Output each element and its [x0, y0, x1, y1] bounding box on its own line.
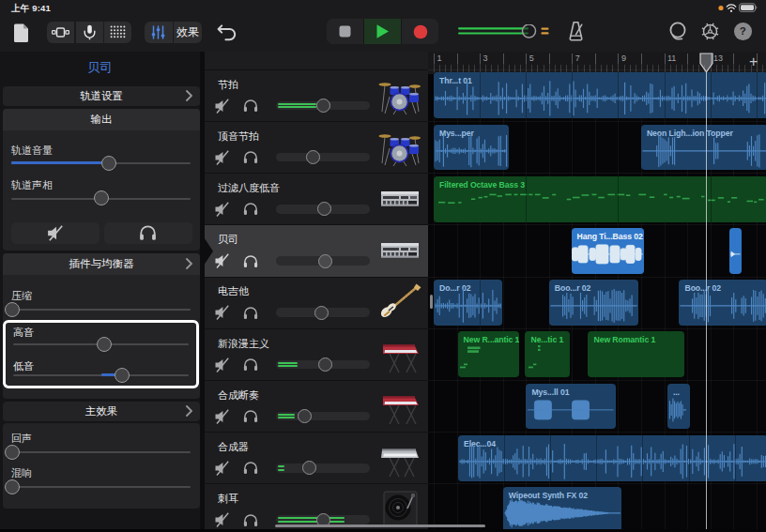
ruler-bar-tick — [434, 53, 435, 64]
track-mute-button[interactable] — [213, 408, 232, 425]
track-mute-button[interactable] — [213, 460, 232, 477]
track-volume-slider[interactable] — [276, 464, 370, 473]
audio-region[interactable]: Elec...04 — [458, 435, 766, 481]
track-volume-knob[interactable] — [318, 254, 332, 268]
audio-region[interactable]: Boo...r 02 — [549, 280, 639, 326]
track-mute-button[interactable] — [213, 511, 232, 528]
track-mute-button[interactable] — [213, 357, 232, 373]
vertical-scrollbar[interactable] — [430, 295, 433, 309]
level-meter — [278, 465, 284, 467]
grid-row-line — [428, 173, 766, 174]
midi-region[interactable]: New Romantic 1 — [588, 331, 683, 377]
master-volume-slider[interactable] — [458, 24, 552, 38]
help-button[interactable]: ? — [734, 23, 752, 40]
track-mute-button[interactable] — [213, 252, 232, 269]
loop-seam — [618, 72, 619, 118]
effects-button[interactable]: 效果 — [174, 22, 202, 43]
track-solo-button[interactable] — [243, 150, 258, 164]
treble-knob[interactable] — [97, 337, 112, 352]
loops-grid-button[interactable] — [104, 22, 131, 43]
track-solo-button[interactable] — [243, 254, 258, 268]
status-icons — [713, 2, 760, 14]
compression-slider[interactable] — [11, 309, 191, 311]
my-songs-document-button[interactable] — [13, 23, 30, 43]
track-volume-knob[interactable] — [314, 306, 329, 320]
audio-region[interactable]: Do...r 02 — [434, 280, 502, 326]
audio-region[interactable]: ... — [667, 384, 690, 430]
audio-region[interactable]: Hang Ti...Bass 02 — [572, 228, 645, 274]
track-volume-slider[interactable] — [276, 153, 370, 162]
track-volume-knob[interactable] — [317, 202, 331, 216]
loop-seam — [480, 280, 481, 326]
record-button[interactable] — [402, 19, 438, 44]
midi-region[interactable]: New R...antic 1 — [458, 331, 520, 377]
undo-button[interactable] — [216, 22, 237, 41]
track-volume-knob[interactable] — [101, 156, 116, 171]
track-solo-button[interactable] — [243, 357, 258, 372]
track-volume-knob[interactable] — [316, 99, 330, 113]
level-meter — [278, 521, 345, 523]
echo-slider[interactable] — [11, 451, 191, 453]
playhead-line[interactable] — [706, 72, 707, 529]
track-header-list: 节拍 顶音节拍 — [205, 52, 428, 529]
mute-icon — [213, 252, 232, 269]
track-header-row[interactable]: 贝司 — [205, 225, 428, 277]
track-pan-knob[interactable] — [94, 190, 109, 205]
record-instrument-button[interactable] — [76, 22, 103, 43]
loop-seam — [480, 72, 481, 118]
timeline-ruler[interactable]: 135791113 — [428, 52, 766, 74]
audio-region[interactable]: Mys...per — [434, 125, 509, 171]
echo-knob[interactable] — [5, 445, 20, 460]
reverb-slider[interactable] — [11, 486, 191, 488]
tracks-view-button[interactable] — [47, 22, 74, 43]
audio-region[interactable]: Thr...t 01 — [434, 72, 766, 118]
audio-region[interactable]: Wipeout Synth FX 02 — [503, 487, 621, 529]
bass-knob[interactable] — [115, 368, 130, 383]
horizontal-scrollbar[interactable] — [275, 524, 485, 527]
track-mute-button[interactable] — [213, 98, 232, 114]
track-mute-button[interactable] — [213, 201, 232, 218]
track-header-row[interactable]: 过滤八度低音 — [205, 174, 428, 225]
track-solo-button[interactable] — [243, 202, 258, 216]
track-header-row[interactable]: 新浪漫主义 — [205, 329, 428, 381]
remix-fx-button[interactable] — [145, 22, 173, 43]
track-header-row[interactable]: 顶音节拍 — [205, 122, 428, 174]
audio-region[interactable]: Boo...r 02 — [679, 280, 766, 326]
solo-track-button[interactable] — [104, 222, 192, 244]
track-header-row[interactable]: 节拍 — [205, 70, 428, 122]
track-solo-button[interactable] — [243, 513, 258, 527]
mute-track-button[interactable] — [11, 222, 100, 244]
add-track-button[interactable]: + — [749, 53, 758, 70]
stop-button[interactable] — [327, 19, 363, 44]
midi-region[interactable]: Filtered Octave Bass 3 — [434, 176, 766, 222]
track-header-row[interactable]: 电吉他 — [205, 277, 428, 328]
reverb-knob[interactable] — [5, 479, 20, 494]
midi-region[interactable]: Ne...tic 1 — [525, 331, 570, 377]
track-header-row[interactable]: 刺耳 — [205, 484, 428, 528]
track-volume-knob[interactable] — [298, 409, 312, 423]
audio-region[interactable]: Mys...ll 01 — [526, 384, 615, 430]
track-solo-button[interactable] — [243, 409, 258, 423]
track-header-row[interactable]: 合成器 — [205, 433, 428, 484]
metronome-button[interactable] — [566, 21, 586, 42]
region-waveform — [458, 331, 520, 377]
compression-knob[interactable] — [5, 302, 20, 317]
track-mute-button[interactable] — [213, 304, 232, 321]
audio-region[interactable] — [729, 228, 742, 274]
play-button[interactable] — [364, 19, 401, 44]
track-volume-knob[interactable] — [318, 357, 332, 372]
track-solo-button[interactable] — [243, 461, 258, 475]
audio-region[interactable]: Neon Ligh...ion Topper — [641, 125, 766, 171]
master-effects-button[interactable]: 主效果 — [3, 402, 200, 421]
track-volume-knob[interactable] — [302, 461, 316, 475]
track-header-row[interactable]: 合成断奏 — [205, 381, 428, 433]
solo-headphones-icon — [243, 306, 258, 320]
track-solo-button[interactable] — [243, 306, 258, 320]
plugins-eq-header[interactable]: 插件与均衡器 — [3, 253, 200, 275]
loop-browser-button[interactable] — [667, 22, 688, 41]
settings-button[interactable] — [700, 22, 720, 41]
track-mute-button[interactable] — [213, 149, 232, 166]
track-volume-knob[interactable] — [306, 150, 320, 164]
track-settings-button[interactable]: 轨道设置 — [3, 86, 200, 106]
track-solo-button[interactable] — [243, 99, 258, 113]
